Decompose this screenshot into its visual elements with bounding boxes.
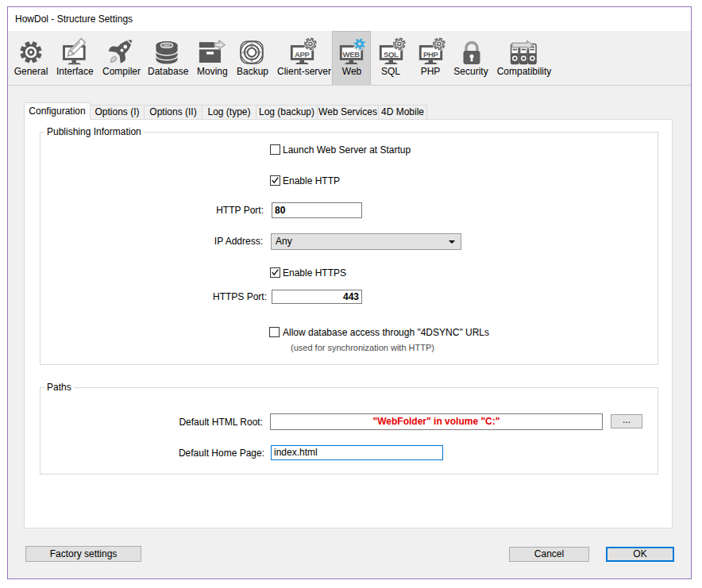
svg-text:PHP: PHP <box>423 50 439 59</box>
svg-text:APP: APP <box>295 50 310 59</box>
svg-text:WEB: WEB <box>343 50 361 59</box>
svg-text:SQL: SQL <box>384 50 399 59</box>
